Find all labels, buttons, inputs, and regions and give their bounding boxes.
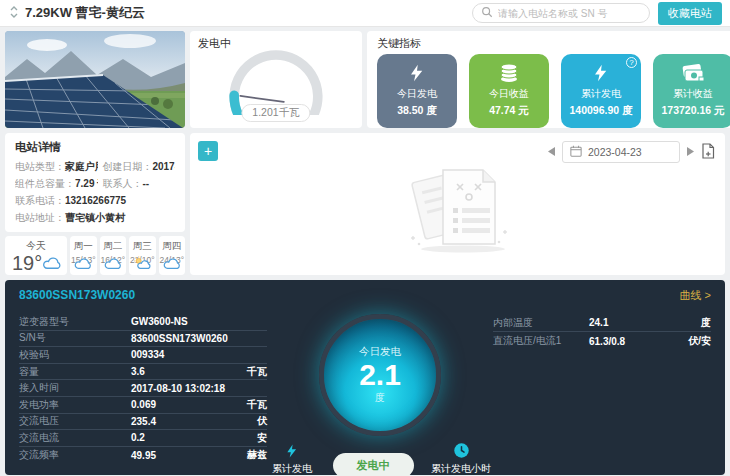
lightning-icon (269, 442, 315, 460)
power-gauge-card: 发电中 1.201千瓦 (190, 31, 362, 128)
weather-day-label: 周四 (159, 236, 186, 253)
search-icon (481, 6, 493, 20)
station-details-card: 电站详情 电站类型：家庭户用 创建日期：2017-08-10 组件总容量：7.2… (5, 133, 185, 232)
topbar: 7.29KW 曹宅-黄纪云 收藏电站 (0, 0, 730, 27)
add-chart-button[interactable]: + (198, 141, 218, 161)
gauge-value: 2.1 (359, 359, 401, 391)
kpi-value: 47.74 元 (469, 104, 549, 118)
table-row: 逆变器型号GW3600-NS (19, 314, 267, 331)
table-row: 校验码009334 (19, 347, 267, 364)
favorite-station-button[interactable]: 收藏电站 (658, 2, 722, 25)
inverter-serial-tab[interactable]: 83600SSN173W0260 (19, 288, 135, 306)
detail-station-type: 电站类型：家庭户用 (15, 160, 98, 174)
kpi-panel: 关键指标 今日发电 38.50 度 今日收益 47.74 元 (367, 31, 730, 128)
weather-day-card: 周一 15/13° (70, 236, 97, 275)
inverter-right-table: 内部温度24.1度 直流电压/电流161.3/0.8伏/安 (493, 314, 711, 476)
kpi-label: 累计发电 (561, 87, 641, 101)
table-row: 内部温度24.1度 (493, 314, 711, 332)
inverter-left-table: 逆变器型号GW3600-NS S/N号83600SSN173W0260 校验码0… (19, 314, 267, 476)
table-row: S/N号83600SSN173W0260 (19, 331, 267, 348)
date-value: 2023-04-23 (588, 146, 642, 158)
gauge-label: 今日发电 (359, 345, 401, 359)
curve-link[interactable]: 曲线 > (680, 288, 711, 303)
inverter-center: 今日发电 2.1 度 累计发电 19735.2度 发电中 累计发电小时 (267, 314, 493, 476)
total-hours-stat: 累计发电小时 22789小时 (431, 442, 491, 476)
inverter-panel: 83600SSN173W0260 曲线 > 逆变器型号GW3600-NS S/N… (5, 280, 725, 475)
table-row: 接入时间2017-08-10 13:02:18 (19, 380, 267, 397)
gauge-unit: 度 (375, 391, 385, 405)
overview-row: 发电中 1.201千瓦 关键指标 今日发电 38.50 度 (5, 31, 725, 128)
kpi-value: 173720.16 元 (653, 104, 730, 118)
station-title: 7.29KW 曹宅-黄纪云 (25, 4, 145, 22)
kpi-label: 今日收益 (469, 87, 549, 101)
help-icon[interactable]: ? (626, 57, 637, 68)
cloud-icon (41, 256, 63, 272)
prev-day-arrow[interactable] (547, 147, 556, 158)
kpi-label: 累计收益 (653, 87, 730, 101)
weather-day-card: 周二 16/12° (100, 236, 127, 275)
gauge-value: 1.201千瓦 (241, 104, 310, 122)
lightning-icon (377, 61, 457, 85)
today-generation-gauge: 今日发电 2.1 度 (319, 314, 441, 436)
table-row: 容量3.6千瓦 (19, 364, 267, 381)
export-report-icon[interactable] (701, 143, 715, 161)
weather-day-card: 周三 21/10° (129, 236, 156, 275)
weather-strip: 今天 19° 周一 15/13° 周二 16/12° (5, 236, 185, 275)
weather-day-label: 周三 (129, 236, 156, 253)
table-row: 直流电压/电流161.3/0.8伏/安 (493, 332, 711, 350)
sun-cloud-icon (132, 256, 152, 272)
calendar-icon (570, 145, 582, 159)
kpi-card-total-income[interactable]: 累计收益 173720.16 元 (653, 54, 730, 128)
weather-day-card: 周四 24/13° (159, 236, 186, 275)
cloud-icon (103, 257, 123, 272)
collapse-chevrons-icon[interactable] (8, 5, 20, 21)
total-generation-stat: 累计发电 19735.2度 (269, 442, 315, 476)
next-day-arrow[interactable] (686, 147, 695, 158)
generating-status-badge[interactable]: 发电中 (333, 453, 414, 476)
table-row: 交流电流0.2安 (19, 430, 267, 447)
table-row: 交流频率49.95赫兹 (19, 447, 267, 464)
table-row: 发电功率0.069千瓦 (19, 397, 267, 414)
search-input[interactable] (498, 8, 641, 19)
detail-capacity: 组件总容量：7.29 千瓦 (15, 177, 98, 191)
chart-panel: + 2023-04-23 (190, 133, 725, 275)
weather-day-label: 周二 (100, 236, 127, 253)
weather-day-label: 今天 (5, 236, 67, 253)
cash-icon (653, 61, 730, 85)
detail-address: 电站地址：曹宅镇小黄村 (15, 211, 175, 225)
kpi-card-today-income[interactable]: 今日收益 47.74 元 (469, 54, 549, 128)
detail-contact: 联系人：-- (102, 177, 175, 191)
kpi-label: 今日发电 (377, 87, 457, 101)
clock-icon (431, 442, 491, 460)
details-title: 电站详情 (15, 140, 175, 155)
kpi-card-today-generation[interactable]: 今日发电 38.50 度 (377, 54, 457, 128)
kpi-title: 关键指标 (377, 36, 730, 51)
empty-data-illustration (391, 156, 525, 258)
coins-icon (469, 61, 549, 85)
cloud-icon (162, 257, 182, 272)
table-row: 交流电压235.4伏 (19, 414, 267, 431)
kpi-value: 38.50 度 (377, 104, 457, 118)
kpi-value: 140096.90 度 (561, 104, 641, 118)
weather-day-label: 周一 (70, 236, 97, 253)
cloud-icon (73, 257, 93, 272)
detail-phone: 联系电话：13216266775 (15, 194, 175, 208)
station-search-box[interactable] (472, 3, 650, 23)
date-picker[interactable]: 2023-04-23 (562, 141, 680, 163)
detail-create-date: 创建日期：2017-08-10 (102, 160, 175, 174)
weather-today-card: 今天 19° (5, 236, 67, 275)
kpi-card-total-generation[interactable]: ? 累计发电 140096.90 度 (561, 54, 641, 128)
station-photo (5, 31, 185, 128)
